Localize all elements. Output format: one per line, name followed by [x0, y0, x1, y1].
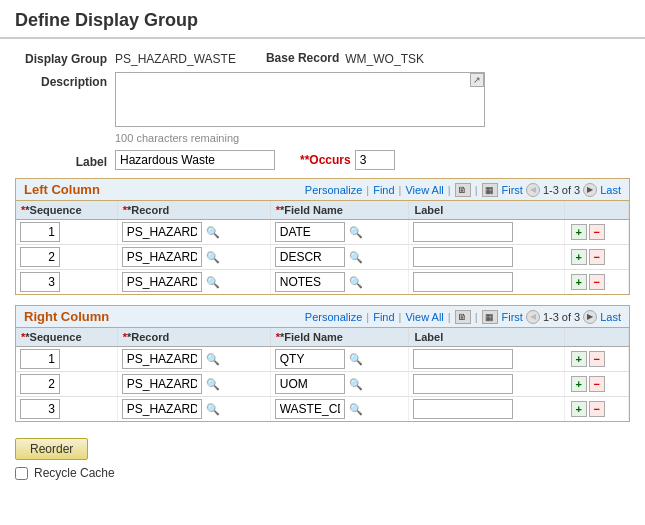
- left-remove-btn-2[interactable]: −: [589, 274, 605, 290]
- right-seq-cell-1: [16, 372, 117, 397]
- left-record-input-0[interactable]: [122, 222, 202, 242]
- right-find-link[interactable]: Find: [373, 311, 394, 323]
- right-field-input-1[interactable]: [275, 374, 345, 394]
- reorder-button[interactable]: Reorder: [15, 438, 88, 460]
- right-viewall-link[interactable]: View All: [405, 311, 443, 323]
- right-field-search-icon-1[interactable]: 🔍: [349, 378, 363, 392]
- left-record-header: **Record: [117, 201, 270, 220]
- left-label-cell-2: [409, 270, 564, 295]
- description-row: Description ↗ 100 characters remaining: [15, 72, 630, 144]
- right-column-table: **Sequence **Record **Field Name Label 🔍…: [16, 328, 629, 421]
- right-record-input-0[interactable]: [122, 349, 202, 369]
- right-add-btn-0[interactable]: +: [571, 351, 587, 367]
- left-field-input-0[interactable]: [275, 222, 345, 242]
- right-personalize-link[interactable]: Personalize: [305, 311, 362, 323]
- left-add-btn-0[interactable]: +: [571, 224, 587, 240]
- right-record-search-icon-2[interactable]: 🔍: [206, 403, 220, 417]
- right-seq-header: **Sequence: [16, 328, 117, 347]
- left-actions-cell-2: + −: [564, 270, 628, 295]
- left-personalize-link[interactable]: Personalize: [305, 184, 362, 196]
- right-label-input-2[interactable]: [413, 399, 513, 419]
- left-actions-header: [564, 201, 628, 220]
- left-last-label[interactable]: Last: [600, 184, 621, 196]
- right-seq-input-0[interactable]: [20, 349, 60, 369]
- left-table-row: 🔍 🔍 + −: [16, 220, 629, 245]
- description-textarea[interactable]: [115, 72, 485, 127]
- right-grid-icon[interactable]: ▦: [482, 310, 498, 324]
- recycle-cache-label: Recycle Cache: [34, 466, 115, 480]
- right-next-btn[interactable]: ▶: [583, 310, 597, 324]
- left-record-input-1[interactable]: [122, 247, 202, 267]
- left-field-input-2[interactable]: [275, 272, 345, 292]
- left-record-input-2[interactable]: [122, 272, 202, 292]
- right-field-search-icon-0[interactable]: 🔍: [349, 353, 363, 367]
- right-column-header: Right Column Personalize | Find | View A…: [16, 306, 629, 328]
- left-add-btn-2[interactable]: +: [571, 274, 587, 290]
- left-table-header-row: **Sequence **Record **Field Name Label: [16, 201, 629, 220]
- right-label-header: Label: [409, 328, 564, 347]
- left-seq-input-2[interactable]: [20, 272, 60, 292]
- right-label-input-1[interactable]: [413, 374, 513, 394]
- right-field-input-2[interactable]: [275, 399, 345, 419]
- left-actions-wrapper-2: + −: [569, 274, 624, 290]
- label-input[interactable]: [115, 150, 275, 170]
- left-add-btn-1[interactable]: +: [571, 249, 587, 265]
- left-viewall-link[interactable]: View All: [405, 184, 443, 196]
- base-record-group: Base Record WM_WO_TSK: [266, 49, 424, 66]
- right-field-header: **Field Name: [270, 328, 409, 347]
- right-record-input-1[interactable]: [122, 374, 202, 394]
- right-field-search-icon-2[interactable]: 🔍: [349, 403, 363, 417]
- left-export-icon[interactable]: 🗎: [455, 183, 471, 197]
- left-field-search-icon-1[interactable]: 🔍: [349, 251, 363, 265]
- left-field-search-icon-0[interactable]: 🔍: [349, 226, 363, 240]
- left-remove-btn-1[interactable]: −: [589, 249, 605, 265]
- right-record-search-icon-1[interactable]: 🔍: [206, 378, 220, 392]
- left-label-input-0[interactable]: [413, 222, 513, 242]
- right-remove-btn-0[interactable]: −: [589, 351, 605, 367]
- occurs-group: **Occurs: [300, 150, 395, 170]
- right-first-label[interactable]: First: [502, 311, 523, 323]
- left-seq-input-0[interactable]: [20, 222, 60, 242]
- left-field-search-icon-2[interactable]: 🔍: [349, 276, 363, 290]
- left-seq-input-1[interactable]: [20, 247, 60, 267]
- right-remove-btn-1[interactable]: −: [589, 376, 605, 392]
- right-add-btn-2[interactable]: +: [571, 401, 587, 417]
- right-seq-input-1[interactable]: [20, 374, 60, 394]
- left-record-search-icon-2[interactable]: 🔍: [206, 276, 220, 290]
- char-remaining: 100 characters remaining: [115, 132, 485, 144]
- right-add-btn-1[interactable]: +: [571, 376, 587, 392]
- left-label-input-1[interactable]: [413, 247, 513, 267]
- left-label-header: Label: [409, 201, 564, 220]
- right-field-input-0[interactable]: [275, 349, 345, 369]
- left-column-section: Left Column Personalize | Find | View Al…: [15, 178, 630, 295]
- left-label-input-2[interactable]: [413, 272, 513, 292]
- left-table-row: 🔍 🔍 + −: [16, 245, 629, 270]
- left-record-search-icon-0[interactable]: 🔍: [206, 226, 220, 240]
- left-first-label[interactable]: First: [502, 184, 523, 196]
- right-seq-input-2[interactable]: [20, 399, 60, 419]
- left-remove-btn-0[interactable]: −: [589, 224, 605, 240]
- right-seq-cell-0: [16, 347, 117, 372]
- base-record-value: WM_WO_TSK: [345, 49, 424, 66]
- left-prev-btn[interactable]: ◀: [526, 183, 540, 197]
- description-wrapper: ↗ 100 characters remaining: [115, 72, 485, 144]
- bottom-area: Reorder Recycle Cache: [0, 432, 645, 486]
- left-find-link[interactable]: Find: [373, 184, 394, 196]
- right-export-icon[interactable]: 🗎: [455, 310, 471, 324]
- right-record-input-2[interactable]: [122, 399, 202, 419]
- recycle-cache-checkbox[interactable]: [15, 467, 28, 480]
- occurs-input[interactable]: [355, 150, 395, 170]
- left-column-table: **Sequence **Record **Field Name Label 🔍…: [16, 201, 629, 294]
- right-prev-btn[interactable]: ◀: [526, 310, 540, 324]
- right-last-label[interactable]: Last: [600, 311, 621, 323]
- left-record-search-icon-1[interactable]: 🔍: [206, 251, 220, 265]
- left-next-btn[interactable]: ▶: [583, 183, 597, 197]
- right-record-search-icon-0[interactable]: 🔍: [206, 353, 220, 367]
- left-grid-icon[interactable]: ▦: [482, 183, 498, 197]
- right-field-cell-1: 🔍: [270, 372, 409, 397]
- left-field-input-1[interactable]: [275, 247, 345, 267]
- right-actions-header: [564, 328, 628, 347]
- right-label-input-0[interactable]: [413, 349, 513, 369]
- expand-icon[interactable]: ↗: [470, 73, 484, 87]
- right-remove-btn-2[interactable]: −: [589, 401, 605, 417]
